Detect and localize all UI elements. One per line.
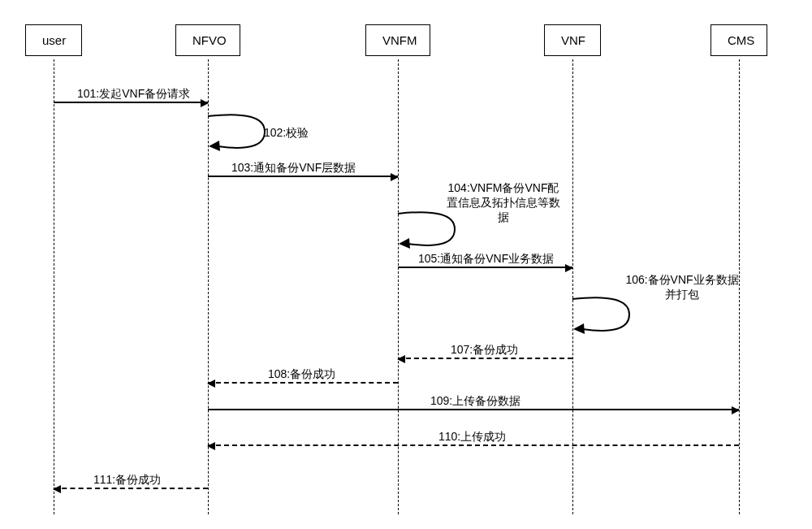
msg-108-label: 108:备份成功 [268,367,335,382]
lifeline-user [54,59,54,514]
msg-107-arrow [398,358,572,359]
participant-vnf: VNF [544,24,601,56]
msg-108-arrow [208,382,398,384]
participant-user: user [25,24,82,56]
lifeline-vnf [572,59,573,514]
svg-marker-0 [209,141,220,151]
participant-vnfm: VNFM [365,24,430,56]
msg-111-label: 111:备份成功 [93,473,161,488]
participant-label: NFVO [192,33,227,47]
msg-106-loop [572,297,646,340]
msg-110-label: 110:上传成功 [438,430,506,444]
msg-104-label: 104:VNFM备份VNF配 置信息及拓扑信息等数 据 [438,180,568,225]
participant-label: VNF [561,33,585,47]
participant-label: CMS [728,33,754,47]
participant-cms: CMS [710,24,767,56]
participant-label: user [42,33,66,47]
svg-marker-1 [399,238,410,249]
msg-101-arrow [54,102,208,103]
msg-109-label: 109:上传备份数据 [430,394,520,409]
participant-nfvo: NFVO [175,24,240,56]
msg-102-label: 102:校验 [264,126,309,141]
msg-106-label: 106:备份VNF业务数据 并打包 [617,272,747,301]
svg-marker-2 [573,323,585,334]
msg-103-label: 103:通知备份VNF层数据 [231,161,356,176]
msg-110-arrow [208,444,739,446]
participant-label: VNFM [382,33,417,47]
msg-103-arrow [208,176,398,177]
msg-101-label: 101:发起VNF备份请求 [77,87,190,102]
msg-109-arrow [208,409,739,410]
sequence-diagram: user NFVO VNFM VNF CMS 101:发起VNF备份请求 102… [0,0,812,529]
msg-107-label: 107:备份成功 [451,343,518,358]
lifeline-vnfm [398,59,399,514]
msg-105-arrow [398,267,572,268]
msg-111-arrow [54,488,208,489]
msg-105-label: 105:通知备份VNF业务数据 [418,252,554,267]
